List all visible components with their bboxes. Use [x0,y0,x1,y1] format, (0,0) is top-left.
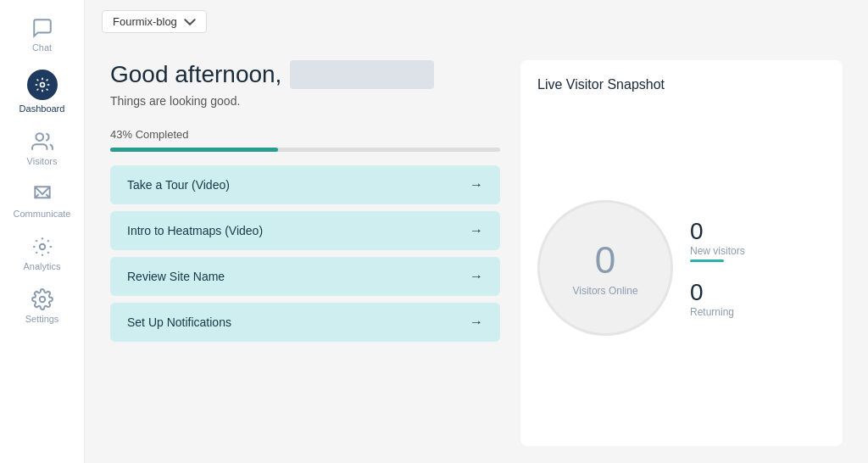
subtitle: Things are looking good. [110,94,500,108]
sidebar-item-visitors[interactable]: Visitors [0,122,84,175]
returning-stat: 0 Returning [690,279,745,318]
sidebar-item-label: Dashboard [19,103,65,114]
arrow-icon: → [470,223,483,238]
main-area: Fourmix-blog Good afternoon, Things are … [85,0,868,463]
communicate-icon [31,183,53,205]
sidebar-item-analytics[interactable]: Analytics [0,227,84,280]
action-item-label: Take a Tour (Video) [127,178,230,192]
visitor-stats: 0 New visitors 0 Returning [690,218,745,318]
action-item-label: Set Up Notifications [127,315,231,329]
new-visitors-label: New visitors [690,245,745,257]
chevron-down-icon [184,16,196,28]
snapshot-title: Live Visitor Snapshot [537,77,826,92]
action-item[interactable]: Intro to Heatmaps (Video) → [110,211,500,250]
sidebar-item-label: Chat [32,42,52,53]
arrow-icon: → [470,315,483,330]
svg-point-1 [36,133,43,141]
visitor-online-label: Visitors Online [572,285,637,297]
analytics-icon [31,236,53,258]
content-area: Good afternoon, Things are looking good.… [85,43,868,463]
sidebar-item-settings[interactable]: Settings [0,280,84,332]
progress-label: 43% Completed [110,128,500,141]
sidebar-item-label: Analytics [23,261,60,271]
settings-icon [31,288,53,310]
arrow-icon: → [470,269,483,284]
action-item-label: Review Site Name [127,270,225,283]
right-panel: Live Visitor Snapshot 0 Visitors Online … [520,60,843,446]
svg-point-0 [40,83,44,87]
dashboard-icon-wrap [27,70,58,100]
action-item[interactable]: Review Site Name → [110,257,500,296]
svg-point-2 [39,244,45,250]
progress-bar-background [110,148,500,152]
arrow-icon: → [470,177,483,192]
returning-count: 0 [690,279,745,306]
site-name: Fourmix-blog [113,15,177,28]
sidebar-item-dashboard[interactable]: Dashboard [0,61,84,122]
sidebar-item-communicate[interactable]: Communicate [0,175,84,227]
greeting-name-placeholder [290,60,434,89]
new-visitors-count: 0 [690,218,745,245]
left-panel: Good afternoon, Things are looking good.… [110,60,500,446]
sidebar: Chat Dashboard Visitors Communicate [0,0,85,463]
action-item-set-up-notifications[interactable]: Set Up Notifications → [110,303,500,342]
site-selector[interactable]: Fourmix-blog [102,10,207,33]
new-visitors-bar [690,259,724,262]
visitors-icon [31,131,53,153]
sidebar-item-chat[interactable]: Chat [0,8,84,61]
new-visitors-stat: 0 New visitors [690,218,745,262]
action-item-label: Intro to Heatmaps (Video) [127,224,263,237]
topbar: Fourmix-blog [85,0,868,43]
returning-label: Returning [690,306,745,318]
sidebar-item-label: Communicate [14,209,71,219]
action-item[interactable]: Take a Tour (Video) → [110,165,500,204]
visitor-count: 0 [595,239,615,282]
sidebar-item-label: Settings [25,314,59,324]
sidebar-item-label: Visitors [27,156,58,166]
progress-bar-fill [110,148,278,152]
chat-icon [31,17,53,39]
action-items-list: Take a Tour (Video) → Intro to Heatmaps … [110,165,500,342]
visitor-circle-container: 0 Visitors Online [537,200,673,336]
snapshot-body: 0 Visitors Online 0 New visitors 0 Retur… [537,106,826,429]
svg-point-3 [39,297,45,303]
visitor-circle: 0 Visitors Online [537,200,673,336]
greeting: Good afternoon, [110,60,500,89]
dashboard-icon [34,76,51,93]
progress-section: 43% Completed [110,128,500,152]
